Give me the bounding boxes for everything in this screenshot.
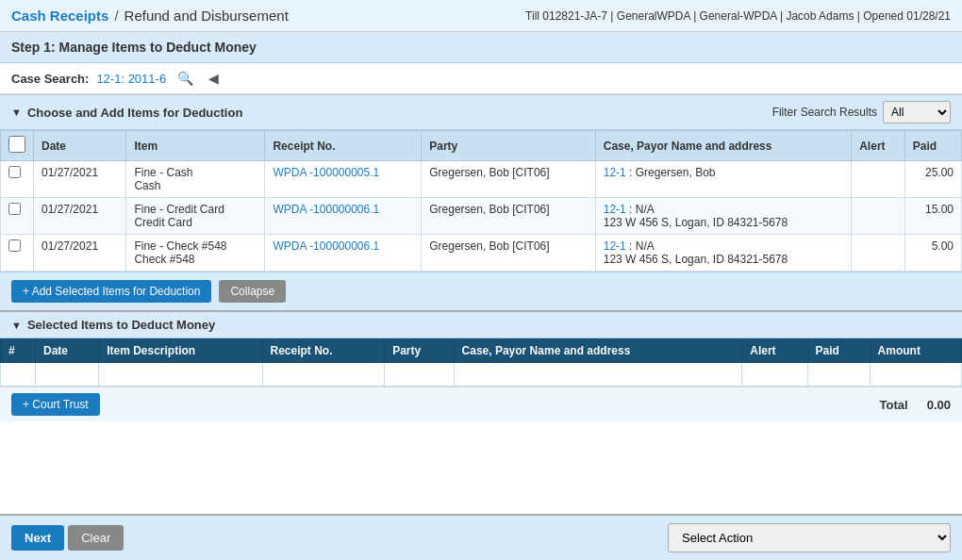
court-trust-row: + Court Trust Total 0.00 <box>0 387 962 421</box>
row-party: Gregersen, Bob [CIT06] <box>422 161 596 198</box>
total-label: Total <box>880 398 908 412</box>
row-alert <box>852 235 905 272</box>
row-alert <box>852 161 905 198</box>
row-checkbox[interactable] <box>8 239 21 252</box>
row-receipt: WPDA -100000006.1 <box>265 198 422 235</box>
sel-col-date: Date <box>35 339 98 363</box>
breadcrumb: Cash Receipts / Refund and Disbursement <box>11 8 289 24</box>
row-paid: 25.00 <box>904 161 961 198</box>
row-date: 01/27/2021 <box>34 161 126 198</box>
row-party: Gregersen, Bob [CIT06] <box>422 235 596 272</box>
search-icon-button[interactable]: 🔍 <box>174 69 197 88</box>
total-value: 0.00 <box>927 398 951 412</box>
row-case: 12-1 : N/A 123 W 456 S, Logan, ID 84321-… <box>595 198 851 235</box>
next-button[interactable]: Next <box>11 525 64 551</box>
bottom-left-buttons: Next Clear <box>11 525 124 551</box>
row-checkbox-cell[interactable] <box>1 161 34 198</box>
row-alert <box>852 198 905 235</box>
choose-table: Date Item Receipt No. Party Case, Payor … <box>0 130 962 272</box>
table-row: 01/27/2021 Fine - Check #548Check #548 W… <box>1 235 962 272</box>
breadcrumb-link[interactable]: Cash Receipts <box>11 8 108 24</box>
select-all-header <box>1 131 34 161</box>
row-checkbox[interactable] <box>8 166 21 178</box>
row-party: Gregersen, Bob [CIT06] <box>422 198 596 235</box>
col-case: Case, Payor Name and address <box>595 131 851 161</box>
step-title: Step 1: Manage Items to Deduct Money <box>0 32 962 63</box>
row-checkbox-cell[interactable] <box>1 198 34 235</box>
choose-table-wrapper: Date Item Receipt No. Party Case, Payor … <box>0 130 962 272</box>
col-item: Item <box>126 131 265 161</box>
sel-col-receipt: Receipt No. <box>262 339 385 363</box>
choose-section-title: ▼ Choose and Add Items for Deduction <box>11 106 242 120</box>
case-search-label: Case Search: <box>11 72 89 86</box>
row-receipt: WPDA -100000005.1 <box>265 161 422 198</box>
row-case: 12-1 : Gregersen, Bob <box>595 161 851 198</box>
row-receipt: WPDA -100000006.1 <box>265 235 422 272</box>
row-checkbox[interactable] <box>8 203 21 215</box>
select-action-dropdown[interactable]: Select Action <box>668 523 951 552</box>
filter-row: Filter Search Results All Active Inactiv… <box>772 101 951 124</box>
selected-section-title: Selected Items to Deduct Money <box>27 318 215 332</box>
add-selected-button[interactable]: + Add Selected Items for Deduction <box>11 280 211 303</box>
sel-col-alert: Alert <box>742 339 807 363</box>
sel-col-party: Party <box>385 339 454 363</box>
clear-button[interactable]: Clear <box>68 525 124 551</box>
collapse-button[interactable]: Collapse <box>219 280 286 303</box>
choose-section-header: ▼ Choose and Add Items for Deduction Fil… <box>0 94 962 130</box>
row-item: Fine - CashCash <box>126 161 265 198</box>
selected-chevron-icon[interactable]: ▼ <box>11 320 22 331</box>
row-date: 01/27/2021 <box>34 198 126 235</box>
table-row: 01/27/2021 Fine - CashCash WPDA -1000000… <box>1 161 962 198</box>
col-date: Date <box>34 131 126 161</box>
back-icon-button[interactable]: ◀ <box>205 69 223 88</box>
col-party: Party <box>422 131 596 161</box>
header: Cash Receipts / Refund and Disbursement … <box>0 0 962 32</box>
sel-col-paid: Paid <box>807 339 870 363</box>
bottom-bar: Next Clear Select Action <box>0 514 962 560</box>
filter-select[interactable]: All Active Inactive <box>883 101 951 124</box>
select-all-checkbox[interactable] <box>8 136 25 153</box>
row-case: 12-1 : N/A 123 W 456 S, Logan, ID 84321-… <box>595 235 851 272</box>
case-search-row: Case Search: 12-1: 2011-6 🔍 ◀ <box>0 63 962 94</box>
row-item: Fine - Check #548Check #548 <box>126 235 265 272</box>
selected-table-wrapper: # Date Item Description Receipt No. Part… <box>0 338 962 387</box>
sel-col-num: # <box>1 339 36 363</box>
col-alert: Alert <box>852 131 905 161</box>
breadcrumb-current: Refund and Disbursement <box>124 8 289 24</box>
breadcrumb-separator: / <box>114 8 118 24</box>
filter-label: Filter Search Results <box>772 106 877 119</box>
sel-col-amount: Amount <box>870 339 961 363</box>
row-date: 01/27/2021 <box>34 235 126 272</box>
row-paid: 15.00 <box>904 198 961 235</box>
selected-section-header: ▼ Selected Items to Deduct Money <box>0 310 962 338</box>
sel-col-case: Case, Payor Name and address <box>454 339 742 363</box>
row-paid: 5.00 <box>904 235 961 272</box>
col-receipt: Receipt No. <box>265 131 422 161</box>
till-info: Till 012821-JA-7 | GeneralWPDA | General… <box>525 9 951 23</box>
sel-col-item: Item Description <box>99 339 262 363</box>
total-area: Total 0.00 <box>880 398 951 412</box>
row-checkbox-cell[interactable] <box>1 235 34 272</box>
court-trust-button[interactable]: + Court Trust <box>11 393 100 416</box>
case-search-value[interactable]: 12-1: 2011-6 <box>96 72 166 86</box>
table-row <box>1 363 962 387</box>
selected-table: # Date Item Description Receipt No. Part… <box>0 338 962 387</box>
col-paid: Paid <box>904 131 961 161</box>
add-action-row: + Add Selected Items for Deduction Colla… <box>0 272 962 310</box>
table-row: 01/27/2021 Fine - Credit CardCredit Card… <box>1 198 962 235</box>
chevron-icon[interactable]: ▼ <box>11 107 22 118</box>
row-item: Fine - Credit CardCredit Card <box>126 198 265 235</box>
